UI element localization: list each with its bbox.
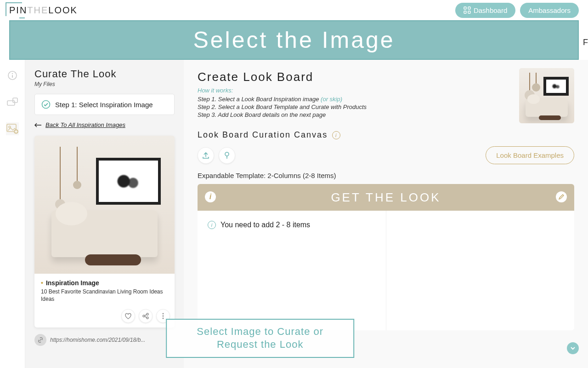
step-1-label: Step 1: Select Inspiration Image xyxy=(55,101,153,109)
card-actions xyxy=(34,307,175,328)
examples-label: Look Board Examples xyxy=(496,151,564,159)
look-board-examples-button[interactable]: Look Board Examples xyxy=(486,146,574,164)
select-image-cta[interactable]: Select Image to Curate or Request the Lo… xyxy=(166,319,354,358)
link-icon[interactable] xyxy=(34,334,46,346)
arrow-left-icon xyxy=(34,123,42,127)
inspiration-thumbnail[interactable] xyxy=(519,68,574,123)
ambassadors-button[interactable]: Ambassadors xyxy=(520,3,579,18)
room-scene-graphic xyxy=(34,136,175,274)
svg-point-17 xyxy=(163,316,164,317)
left-icon-rail xyxy=(0,60,25,368)
dashboard-label: Dashboard xyxy=(474,6,507,14)
scroll-down-button[interactable] xyxy=(567,342,579,354)
logo-text-look: LOOK xyxy=(48,5,78,15)
banner-title: Select the Image xyxy=(193,27,395,53)
back-to-images-link[interactable]: Back To All Inspiration Images xyxy=(34,121,175,128)
card-description: 10 Best Favorite Scandinavian Living Roo… xyxy=(41,288,168,303)
top-nav-buttons: Dashboard Ambassadors xyxy=(455,3,579,18)
check-circle-icon xyxy=(41,100,51,109)
upload-icon xyxy=(202,151,210,160)
svg-rect-6 xyxy=(12,75,13,78)
sidebar-subtitle: My Files xyxy=(34,81,175,87)
how-it-works-label: How it works: xyxy=(198,87,574,94)
dashboard-button[interactable]: Dashboard xyxy=(455,3,515,18)
like-button[interactable] xyxy=(121,309,135,323)
back-link-text: Back To All Inspiration Images xyxy=(45,121,125,128)
edit-icon xyxy=(558,194,565,200)
canvas-title-text: Look Board Curation Canvas xyxy=(198,130,328,140)
inspiration-image[interactable] xyxy=(34,136,175,274)
source-url-text[interactable]: https://homishome.com/2021/09/18/b... xyxy=(50,337,145,343)
card-tag: •Inspiration Image xyxy=(41,279,168,287)
canvas-column-2[interactable] xyxy=(386,211,575,330)
step-1-text: Step 1. Select a Look Board Inspiration … xyxy=(198,96,574,103)
add-image-icon[interactable] xyxy=(6,122,19,135)
sidebar: Curate The Look My Files Step 1: Select … xyxy=(25,60,184,368)
step-1-card[interactable]: Step 1: Select Inspiration Image xyxy=(34,94,175,115)
top-bar: PINTHELOOK Dashboard Ambassadors xyxy=(0,0,588,20)
page-title: Create Look Board xyxy=(198,70,574,84)
canvas-toolbar: Look Board Examples xyxy=(198,146,574,164)
chevron-down-icon xyxy=(570,345,576,351)
info-icon[interactable]: i xyxy=(332,131,340,139)
heart-icon xyxy=(124,312,132,320)
card-tag-text: Inspiration Image xyxy=(46,279,99,287)
svg-point-5 xyxy=(12,73,13,74)
info-icon[interactable] xyxy=(6,69,19,82)
bullet-icon: • xyxy=(41,279,43,287)
canvas-body: i You need to add 2 - 8 items xyxy=(198,211,574,330)
share-icon xyxy=(142,312,149,320)
svg-point-13 xyxy=(143,315,145,317)
curation-canvas: i GET THE LOOK i You need to add 2 - 8 i… xyxy=(198,184,574,330)
pin-button[interactable] xyxy=(219,147,235,164)
step-3-text: Step 3. Add Look Board details on the ne… xyxy=(198,111,574,118)
room-scene-graphic xyxy=(519,68,574,123)
canvas-column-1[interactable]: i You need to add 2 - 8 items xyxy=(198,211,386,330)
pin-icon xyxy=(223,151,231,160)
svg-point-18 xyxy=(163,318,164,319)
svg-point-14 xyxy=(147,313,148,315)
canvas-info-button[interactable]: i xyxy=(205,191,216,202)
add-items-hint: i You need to add 2 - 8 items xyxy=(208,221,376,229)
grid-icon xyxy=(464,6,471,14)
upload-button[interactable] xyxy=(198,147,214,164)
svg-rect-7 xyxy=(7,101,15,105)
cta-line-2: Request the Look xyxy=(171,338,349,351)
info-icon: i xyxy=(208,221,216,229)
canvas-header-title: GET THE LOOK xyxy=(331,190,441,205)
svg-point-12 xyxy=(42,101,50,109)
svg-point-16 xyxy=(163,313,164,315)
info-icon: i xyxy=(209,193,211,201)
cta-line-1: Select Image to Curate or xyxy=(171,325,349,339)
svg-rect-1 xyxy=(468,7,470,9)
canvas-section-title: Look Board Curation Canvas i xyxy=(198,130,574,140)
add-items-text: You need to add 2 - 8 items xyxy=(220,221,310,229)
skip-link[interactable]: (or skip) xyxy=(321,96,342,103)
inspiration-preview-card: •Inspiration Image 10 Best Favorite Scan… xyxy=(34,136,175,328)
template-label: Expandable Template: 2-Columns (2-8 Item… xyxy=(198,172,574,179)
logo-text-the: THE xyxy=(27,5,48,15)
select-image-banner: Select the Image xyxy=(9,20,579,60)
svg-rect-0 xyxy=(464,7,466,9)
step-1-prefix: Step 1. Select a Look Board Inspiration … xyxy=(198,96,321,103)
share-button[interactable] xyxy=(139,309,153,323)
step-2-text: Step 2. Select a Look Board Template and… xyxy=(198,104,574,110)
svg-point-19 xyxy=(225,152,229,156)
canvas-header: i GET THE LOOK xyxy=(198,184,574,211)
clipped-text: F xyxy=(583,38,588,47)
furniture-icon[interactable] xyxy=(6,96,19,109)
svg-point-10 xyxy=(9,126,11,128)
ambassadors-label: Ambassadors xyxy=(528,6,571,14)
sidebar-title: Curate The Look xyxy=(34,68,175,80)
svg-point-15 xyxy=(147,317,148,319)
svg-rect-3 xyxy=(468,11,470,13)
canvas-edit-button[interactable] xyxy=(556,191,567,202)
svg-rect-8 xyxy=(13,98,17,103)
svg-rect-2 xyxy=(464,11,466,13)
brand-logo[interactable]: PINTHELOOK xyxy=(9,5,78,16)
source-url-row: https://homishome.com/2021/09/18/b... xyxy=(34,334,175,346)
logo-bracket-icon xyxy=(19,13,25,18)
